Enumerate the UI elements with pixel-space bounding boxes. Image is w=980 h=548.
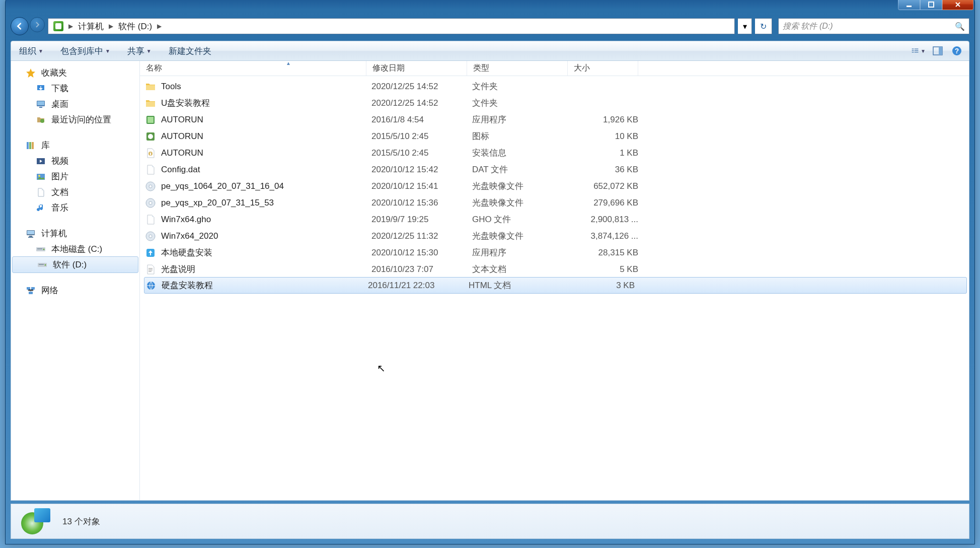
svg-rect-3 [912, 50, 914, 51]
svg-rect-14 [39, 107, 42, 108]
file-row[interactable]: 光盘说明2016/10/23 7:07文本文档5 KB [140, 261, 969, 278]
iso-icon [145, 231, 156, 242]
file-type: 应用程序 [472, 114, 573, 125]
organize-menu[interactable]: 组织▼ [16, 43, 46, 59]
sidebar-videos[interactable]: 视频 [11, 153, 139, 169]
sidebar-item-label: 最近访问的位置 [51, 114, 111, 125]
file-name: pe_yqs_xp_20_07_31_15_53 [161, 198, 274, 208]
sidebar-drive-d[interactable]: 软件 (D:) [12, 256, 138, 273]
svg-rect-23 [27, 231, 34, 234]
sidebar-favorites[interactable]: 收藏夹 [11, 65, 139, 81]
file-size: 28,315 KB [573, 248, 638, 258]
file-row[interactable]: pe_yqs_xp_20_07_31_15_532020/10/12 15:36… [140, 194, 969, 211]
svg-point-15 [40, 119, 44, 123]
refresh-button[interactable]: ↻ [755, 18, 772, 34]
address-bar[interactable]: ▶ 计算机 ▶ 软件 (D:) ▶ [48, 18, 735, 34]
file-list-pane: ▲ 名称 修改日期 类型 大小 Tools2020/12/25 14:52文件夹… [140, 61, 969, 500]
maximize-button[interactable] [920, 0, 942, 10]
exe-icon [145, 114, 156, 125]
file-row[interactable]: 硬盘安装教程2016/11/21 22:03HTML 文档3 KB [144, 277, 967, 294]
file-date: 2016/11/21 22:03 [368, 281, 469, 291]
file-row[interactable]: Win7x64_20202020/12/25 11:32光盘映像文件3,874,… [140, 228, 969, 244]
file-row[interactable]: 本地硬盘安装2020/10/12 15:30应用程序28,315 KB [140, 244, 969, 261]
view-mode-button[interactable]: ▼ [912, 45, 926, 57]
svg-rect-5 [915, 49, 919, 49]
minimize-button[interactable] [898, 0, 920, 10]
sidebar-item-label: 软件 (D:) [53, 259, 87, 270]
file-row[interactable]: AUTORUN2015/5/10 2:45安装信息1 KB [140, 145, 969, 161]
sidebar-libraries[interactable]: 库 [11, 138, 139, 153]
sidebar-item-label: 视频 [51, 155, 68, 167]
file-row[interactable]: Win7x64.gho2019/9/7 19:25GHO 文件2,900,813… [140, 211, 969, 228]
svg-rect-25 [28, 237, 33, 238]
svg-point-45 [149, 235, 152, 238]
file-name: Win7x64_2020 [161, 231, 218, 241]
chevron-right-icon: ▶ [66, 23, 75, 30]
share-menu[interactable]: 共享▼ [124, 43, 155, 59]
folder-icon [145, 81, 156, 92]
sidebar-documents[interactable]: 文档 [11, 184, 139, 200]
col-header-type[interactable]: 类型 [467, 61, 568, 76]
preview-pane-button[interactable] [931, 45, 945, 57]
file-date: 2015/5/10 2:45 [371, 131, 472, 142]
sidebar-item-label: 计算机 [41, 228, 67, 239]
file-name: 硬盘安装教程 [162, 280, 213, 291]
file-row[interactable]: Config.dat2020/10/12 15:42DAT 文件36 KB [140, 161, 969, 178]
file-row[interactable]: AUTORUN2015/5/10 2:45图标10 KB [140, 128, 969, 145]
file-size: 1,926 KB [573, 115, 638, 125]
file-row[interactable]: AUTORUN2016/1/8 4:54应用程序1,926 KB [140, 111, 969, 128]
new-folder-button[interactable]: 新建文件夹 [166, 43, 214, 59]
sidebar-pictures[interactable]: 图片 [11, 169, 139, 184]
breadcrumb-seg-computer[interactable]: 计算机 [75, 19, 107, 34]
chevron-down-icon: ▼ [921, 48, 926, 54]
drive-large-icon [21, 508, 50, 534]
file-type: GHO 文件 [472, 214, 573, 225]
sidebar-item-label: 本地磁盘 (C:) [51, 243, 102, 255]
file-row[interactable]: pe_yqs_1064_20_07_31_16_042020/10/12 15:… [140, 178, 969, 194]
back-button[interactable] [11, 17, 29, 35]
sidebar-downloads[interactable]: 下载 [11, 81, 139, 96]
help-button[interactable]: ? [950, 45, 964, 57]
file-list: Tools2020/12/25 14:52文件夹U盘安装教程2020/12/25… [140, 76, 969, 295]
file-date: 2020/10/12 15:30 [371, 248, 472, 258]
svg-rect-4 [912, 52, 914, 52]
svg-point-38 [148, 134, 153, 139]
file-type: DAT 文件 [472, 164, 573, 175]
window-controls [898, 0, 973, 10]
file-icon [145, 164, 156, 175]
file-size: 2,900,813 ... [573, 215, 638, 225]
nav-bar: ▶ 计算机 ▶ 软件 (D:) ▶ ▾ ↻ 搜索 软件 (D:) 🔍 [11, 16, 969, 37]
details-pane: 13 个对象 [11, 504, 969, 539]
sidebar-music[interactable]: 音乐 [11, 200, 139, 216]
close-button[interactable] [942, 0, 973, 10]
forward-button[interactable] [30, 17, 45, 32]
sidebar-drive-c[interactable]: 本地磁盘 (C:) [11, 241, 139, 257]
col-header-name[interactable]: 名称 [140, 61, 366, 76]
col-header-size[interactable]: 大小 [568, 61, 638, 76]
svg-rect-24 [29, 236, 32, 237]
sidebar-item-label: 图片 [51, 171, 68, 182]
recent-icon [35, 115, 46, 125]
col-header-date[interactable]: 修改日期 [366, 61, 467, 76]
sidebar-computer[interactable]: 计算机 [11, 226, 139, 241]
file-date: 2020/10/12 15:36 [371, 198, 472, 208]
file-row[interactable]: U盘安装教程2020/12/25 14:52文件夹 [140, 95, 969, 111]
address-dropdown[interactable]: ▾ [738, 18, 752, 34]
sidebar-network[interactable]: 网络 [11, 283, 139, 298]
sidebar-recent[interactable]: 最近访问的位置 [11, 112, 139, 127]
sidebar-item-label: 音乐 [51, 202, 68, 214]
breadcrumb-seg-drive[interactable]: 软件 (D:) [115, 19, 155, 34]
file-row[interactable]: Tools2020/12/25 14:52文件夹 [140, 78, 969, 95]
content-area: 收藏夹 下载 桌面 最近访问的位置 库 视频 图片 文档 音乐 计算机 本地磁盘… [11, 61, 969, 501]
breadcrumb-root-icon[interactable] [50, 19, 66, 34]
sidebar-desktop[interactable]: 桌面 [11, 96, 139, 112]
include-library-menu[interactable]: 包含到库中▼ [57, 43, 113, 59]
search-icon: 🔍 [955, 22, 965, 31]
svg-point-21 [38, 175, 40, 177]
file-name: Win7x64.gho [161, 215, 211, 225]
network-icon [25, 286, 36, 296]
titlebar [6, 0, 974, 13]
file-date: 2019/9/7 19:25 [371, 215, 472, 225]
search-box[interactable]: 搜索 软件 (D:) 🔍 [778, 18, 969, 34]
file-icon [145, 214, 156, 225]
